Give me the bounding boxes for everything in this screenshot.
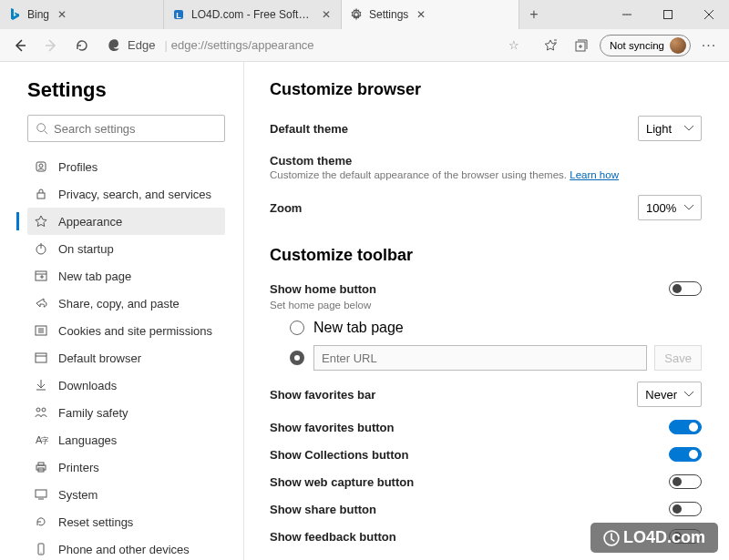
tab-label: Settings: [369, 8, 408, 21]
forward-button[interactable]: [38, 33, 64, 58]
share-icon: [33, 295, 49, 311]
tab-bing[interactable]: Bing ✕: [0, 0, 164, 29]
toggle-home-button[interactable]: [669, 281, 702, 296]
lock-icon: [33, 186, 49, 202]
search-settings-box[interactable]: [27, 115, 225, 142]
toggle-web-capture[interactable]: [669, 474, 702, 489]
svg-line-14: [45, 131, 48, 135]
nav-phone[interactable]: Phone and other devices: [27, 535, 225, 560]
close-icon[interactable]: ✕: [414, 8, 428, 21]
avatar-icon: [670, 37, 686, 54]
url-text: edge://settings/appearance: [171, 38, 314, 52]
row-collections-button: Show Collections button: [270, 447, 702, 462]
home-page-radio-group: New tab page Save: [290, 320, 702, 371]
tab-settings[interactable]: Settings ✕: [342, 0, 519, 29]
zoom-dropdown[interactable]: 100%: [638, 195, 702, 220]
power-icon: [33, 240, 49, 257]
row-zoom: Zoom 100%: [270, 195, 702, 220]
toggle-collections-button[interactable]: [669, 447, 702, 462]
section-customize-browser: Customize browser: [270, 80, 702, 99]
label-custom-theme: Custom theme: [270, 154, 702, 168]
profile-sync-pill[interactable]: Not syncing: [600, 35, 691, 56]
svg-rect-37: [38, 463, 44, 465]
nav-downloads[interactable]: Downloads: [27, 372, 225, 399]
nav-system[interactable]: System: [27, 481, 225, 508]
custom-theme-description: Customize the default appearance of the …: [270, 169, 702, 180]
nav-startup[interactable]: On startup: [27, 235, 225, 262]
newtab-icon: [33, 268, 49, 284]
back-button[interactable]: [7, 33, 33, 58]
radio-new-tab-page[interactable]: New tab page: [290, 320, 702, 336]
svg-point-32: [36, 408, 40, 412]
label-default-theme: Default theme: [270, 122, 348, 136]
settings-sidebar: Settings Profiles Privacy, search, and s…: [0, 62, 244, 560]
label-favorites-button: Show favorites button: [270, 421, 395, 434]
save-button[interactable]: Save: [654, 345, 702, 371]
address-field[interactable]: Edge | edge://settings/appearance ☆: [100, 33, 532, 58]
label-collections-button: Show Collections button: [270, 448, 408, 462]
nav-printers[interactable]: Printers: [27, 453, 225, 481]
title-bar: Bing ✕ L LO4D.com - Free Software Dow ✕ …: [0, 0, 729, 29]
bing-icon: [7, 7, 22, 22]
row-favorites-button: Show favorites button: [270, 420, 702, 434]
radio-enter-url[interactable]: Save: [290, 345, 702, 371]
search-icon: [36, 122, 48, 135]
nav-profiles[interactable]: Profiles: [27, 153, 225, 180]
nav-family[interactable]: Family safety: [27, 399, 225, 426]
nav-privacy[interactable]: Privacy, search, and services: [27, 180, 225, 208]
nav-cookies[interactable]: Cookies and site permissions: [27, 317, 225, 344]
home-url-input[interactable]: [313, 345, 647, 371]
settings-nav: Profiles Privacy, search, and services A…: [27, 153, 225, 560]
printer-icon: [33, 459, 49, 475]
toggle-favorites-button[interactable]: [669, 420, 702, 434]
watermark: LO4D.com: [590, 523, 718, 553]
maximize-button[interactable]: [647, 0, 688, 29]
search-input[interactable]: [54, 122, 217, 136]
radio-icon: [290, 321, 304, 335]
toggle-share-button[interactable]: [669, 502, 702, 516]
home-sublabel: Set home page below: [270, 300, 702, 311]
label-web-capture: Show web capture button: [270, 475, 414, 489]
favorites-icon[interactable]: [538, 33, 563, 58]
minimize-button[interactable]: [606, 0, 647, 29]
nav-default-browser[interactable]: Default browser: [27, 344, 225, 372]
new-tab-button[interactable]: +: [519, 0, 549, 29]
download-icon: [33, 377, 49, 393]
system-icon: [33, 486, 49, 503]
svg-point-42: [41, 553, 42, 554]
favorites-bar-dropdown[interactable]: Never: [637, 382, 702, 407]
nav-share[interactable]: Share, copy, and paste: [27, 290, 225, 317]
learn-how-link[interactable]: Learn how: [570, 169, 619, 180]
nav-appearance[interactable]: Appearance: [27, 208, 225, 235]
chevron-down-icon: [684, 126, 693, 131]
tab-lo4d[interactable]: L LO4D.com - Free Software Dow ✕: [164, 0, 342, 29]
edge-brand: Edge: [108, 38, 160, 53]
label-share-button: Show share button: [270, 503, 376, 516]
appearance-icon: [33, 213, 49, 229]
chevron-down-icon: [684, 392, 693, 397]
label-zoom: Zoom: [270, 201, 302, 215]
main-panel: Customize browser Default theme Light Cu…: [244, 62, 729, 560]
tab-label: Bing: [27, 8, 49, 21]
page-title: Settings: [27, 78, 225, 102]
close-icon[interactable]: ✕: [319, 8, 334, 21]
language-icon: A字: [33, 432, 49, 448]
label-feedback-button: Show feedback button: [270, 530, 396, 544]
favorite-star-icon[interactable]: ☆: [503, 38, 525, 52]
refresh-button[interactable]: [69, 33, 95, 58]
more-menu-button[interactable]: ···: [696, 33, 722, 58]
svg-rect-3: [663, 11, 672, 19]
nav-newtab[interactable]: New tab page: [27, 262, 225, 290]
svg-rect-28: [36, 353, 46, 362]
nav-reset[interactable]: Reset settings: [27, 508, 225, 535]
theme-dropdown[interactable]: Light: [638, 116, 702, 141]
nav-languages[interactable]: A字Languages: [27, 426, 225, 453]
phone-icon: [33, 541, 49, 557]
collections-icon[interactable]: [569, 33, 594, 58]
close-window-button[interactable]: [688, 0, 729, 29]
svg-text:L: L: [176, 11, 181, 20]
svg-point-13: [37, 124, 46, 132]
svg-rect-39: [36, 490, 46, 497]
close-icon[interactable]: ✕: [55, 8, 69, 21]
row-share-button: Show share button: [270, 502, 702, 516]
